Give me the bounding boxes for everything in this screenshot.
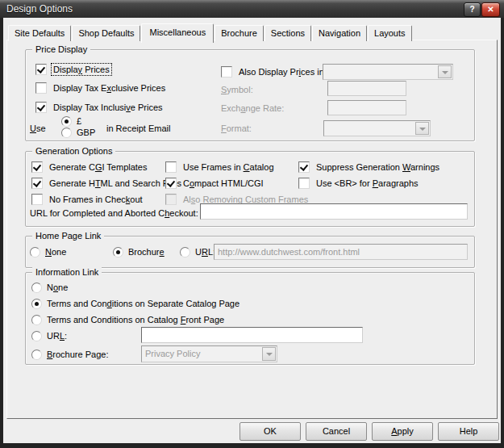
checkbox-generate-html-search[interactable]: Generate HTML and Search Files — [31, 178, 183, 189]
exchange-rate-input — [327, 100, 406, 115]
checkbox-display-prices[interactable]: Display Prices — [35, 64, 111, 75]
format-dropdown — [323, 120, 431, 136]
checkbox-tax-exclusive[interactable]: Display Tax Exclusive Prices — [35, 82, 167, 94]
radio-currency-gbp[interactable]: GBP — [61, 128, 95, 138]
radio-label: Brochure — [128, 247, 165, 257]
brochure-page-dropdown: Privacy Policy — [141, 345, 277, 362]
title-bar[interactable]: Design Options ? ✕ — [0, 0, 504, 18]
radio-label: None — [47, 283, 68, 293]
close-button[interactable]: ✕ — [481, 2, 500, 17]
radio-dot — [113, 247, 123, 257]
checkbox-label: Use <BR> for Paragraphs — [314, 178, 420, 189]
radio-label: Brochure Page: — [47, 350, 108, 360]
checkbox-box — [35, 82, 47, 94]
checkbox-box — [35, 102, 47, 113]
tab-site-defaults[interactable]: Site Defaults — [8, 25, 71, 41]
checkbox-box — [298, 161, 310, 173]
tab-strip: Site Defaults Shop Defaults Miscellaneou… — [8, 23, 413, 43]
radio-info-none[interactable]: None — [31, 283, 68, 293]
checkout-url-label: URL for Completed and Aborted Checkout: — [30, 208, 198, 219]
checkbox-label: Display Prices — [52, 64, 111, 75]
radio-label: URL: — [47, 331, 67, 341]
checkbox-box — [31, 178, 43, 189]
checkbox-no-frames-checkout[interactable]: No Frames in Checkout — [31, 194, 144, 205]
radio-home-url[interactable]: URL: — [180, 247, 215, 257]
format-label: Format: — [221, 124, 252, 134]
checkbox-label: Display Tax Inclusive Prices — [52, 102, 165, 113]
checkbox-label: Suppress Generation Warnings — [314, 161, 441, 173]
dropdown-value: Privacy Policy — [145, 347, 260, 360]
checkbox-box — [165, 178, 177, 189]
symbol-input — [327, 81, 406, 96]
radio-dot — [31, 299, 42, 309]
help-titlebar-button[interactable]: ? — [464, 2, 481, 17]
tab-miscellaneous[interactable]: Miscellaneous — [141, 23, 214, 43]
tab-layouts[interactable]: Layouts — [368, 25, 412, 41]
checkbox-compact-html[interactable]: Compact HTML/CGI — [165, 178, 265, 189]
chevron-down-icon — [415, 122, 429, 135]
tab-brochure[interactable]: Brochure — [215, 25, 264, 41]
checkbox-use-frames-catalog[interactable]: Use Frames in Catalog — [165, 161, 276, 173]
checkbox-box — [165, 161, 177, 173]
radio-currency-pound[interactable]: £ — [61, 116, 81, 127]
checkbox-label: Use Frames in Catalog — [181, 161, 276, 173]
checkbox-generate-cgi[interactable]: Generate CGI Templates — [31, 161, 149, 173]
checkbox-label: Also Display Prices in: — [237, 66, 328, 77]
radio-dot — [31, 350, 42, 360]
chevron-down-icon — [438, 65, 452, 78]
radio-label: Terms and Conditions on Separate Catalog… — [47, 299, 240, 309]
radio-label: Terms and Conditions on Catalog Front Pa… — [47, 315, 224, 325]
radio-label: None — [45, 247, 66, 257]
ok-button[interactable]: OK — [240, 422, 301, 441]
checkbox-label: Compact HTML/CGI — [181, 178, 265, 189]
apply-button[interactable]: Apply — [372, 422, 433, 441]
checkbox-box — [298, 178, 310, 189]
checkbox-br-paragraphs[interactable]: Use <BR> for Paragraphs — [298, 178, 420, 189]
checkbox-box — [221, 66, 232, 77]
radio-dot — [61, 116, 72, 127]
radio-dot — [30, 247, 40, 257]
exchange-rate-label: Exchange Rate: — [221, 103, 284, 114]
checkbox-label: Generate CGI Templates — [48, 161, 149, 173]
group-title: Price Display — [32, 44, 90, 55]
checkbox-label: Generate HTML and Search Files — [48, 178, 183, 189]
radio-label: URL: — [195, 247, 215, 257]
radio-brochure-page[interactable]: Brochure Page: — [31, 350, 108, 360]
design-options-dialog: Design Options ? ✕ Site Defaults Shop De… — [0, 0, 504, 448]
chevron-down-icon — [262, 347, 276, 361]
home-url-input — [214, 244, 468, 260]
checkbox-label: Display Tax Exclusive Prices — [52, 82, 167, 94]
radio-label: GBP — [77, 128, 95, 138]
window-title: Design Options — [6, 0, 73, 18]
checkbox-box — [31, 194, 43, 205]
checkbox-box — [31, 161, 43, 173]
checkbox-box — [35, 64, 47, 75]
radio-dot — [61, 128, 72, 138]
checkbox-suppress-warnings[interactable]: Suppress Generation Warnings — [298, 161, 441, 173]
group-title: Generation Options — [32, 146, 115, 157]
info-url-input[interactable] — [141, 327, 363, 343]
symbol-label: Symbol: — [221, 85, 253, 95]
cancel-button[interactable]: Cancel — [306, 422, 367, 441]
tab-shop-defaults[interactable]: Shop Defaults — [72, 25, 140, 41]
checkbox-also-display-prices[interactable]: Also Display Prices in: — [221, 66, 328, 77]
radio-home-brochure[interactable]: Brochure — [113, 247, 165, 257]
group-home-page-link: Home Page Link None Brochure URL: — [25, 236, 475, 268]
checkbox-tax-inclusive[interactable]: Display Tax Inclusive Prices — [35, 102, 165, 113]
question-icon: ? — [469, 5, 474, 14]
radio-label: £ — [77, 116, 81, 127]
help-button[interactable]: Help — [438, 422, 499, 441]
use-label: Use — [30, 124, 46, 134]
checkbox-box — [165, 194, 177, 205]
radio-terms-front-page[interactable]: Terms and Conditions on Catalog Front Pa… — [31, 315, 224, 325]
radio-home-none[interactable]: None — [30, 247, 66, 257]
checkbox-label: No Frames in Checkout — [48, 194, 144, 205]
checkout-url-input[interactable] — [200, 203, 468, 220]
group-title: Home Page Link — [32, 231, 104, 241]
group-price-display: Price Display Display Prices Display Tax… — [25, 49, 475, 141]
radio-terms-separate-page[interactable]: Terms and Conditions on Separate Catalog… — [31, 299, 240, 309]
tab-navigation[interactable]: Navigation — [312, 25, 367, 41]
radio-info-url[interactable]: URL: — [31, 331, 67, 341]
tab-sections[interactable]: Sections — [264, 25, 311, 41]
radio-dot — [31, 331, 42, 341]
